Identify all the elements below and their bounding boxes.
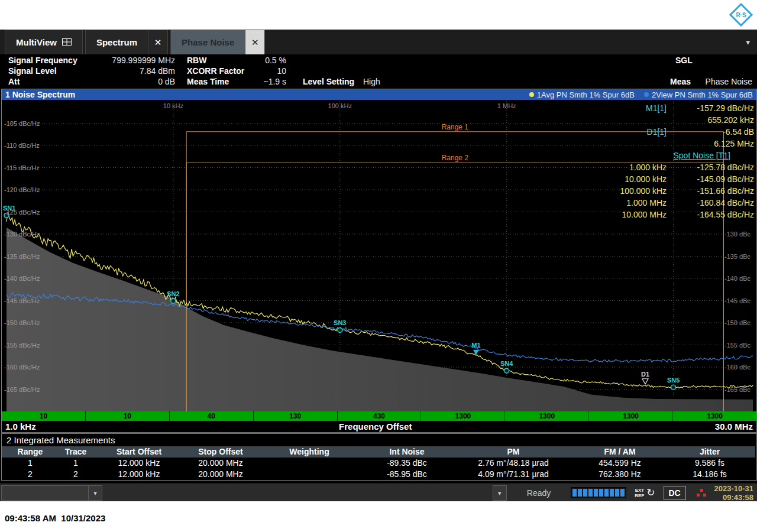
ext-ref-label: EXT REF — [635, 488, 644, 498]
col-trace: Trace — [59, 446, 93, 458]
tab-phase-noise[interactable]: Phase Noise — [170, 30, 245, 54]
svg-text:-155 dBc/Hz: -155 dBc/Hz — [4, 342, 40, 349]
integrated-measurements-window: 2 Integrated Measurements Range Trace St… — [1, 433, 757, 481]
meas-time-value[interactable]: ~1.9 s — [237, 77, 286, 86]
ext-ref-indicator: EXT REF ↻ — [635, 486, 655, 499]
col-start-offset: Start Offset — [93, 446, 185, 458]
top-white-bar: R·S — [0, 0, 757, 30]
marker-m1-freq: 655.202 kHz — [672, 114, 754, 126]
integrated-measurements-title[interactable]: 2 Integrated Measurements — [2, 434, 756, 446]
spot-noise-row: 10.000 MHz-164.55 dBc/Hz — [605, 209, 754, 220]
rbw-label: RBW — [187, 56, 206, 65]
table-row[interactable]: 2 2 12.000 kHz 20.000 MHz -85.95 dBc 4.0… — [2, 469, 756, 480]
status-date: 2023-10-31 — [714, 484, 754, 493]
xcorr-segment: 10 — [2, 411, 86, 421]
dc-coupling-indicator[interactable]: DC — [664, 486, 686, 500]
table-row[interactable]: 1 1 12.000 kHz 20.000 MHz -89.35 dBc 2.7… — [2, 458, 756, 469]
signal-level-value[interactable]: 7.84 dBm — [89, 66, 175, 76]
meas-label: Meas — [670, 77, 691, 86]
footer-timestamp: 09:43:58 AM 10/31/2023 — [0, 501, 105, 523]
xcorr-segment: 40 — [170, 411, 254, 421]
integrated-measurements-header: Range Trace Start Offset Stop Offset Wei… — [2, 446, 756, 458]
xcorr-factor-label: XCORR Factor — [187, 66, 244, 76]
tab-phase-noise-close-icon[interactable]: ✕ — [245, 30, 265, 54]
noise-spectrum-window: 1 Noise Spectrum 1Avg PN Smth 1% Spur 6d… — [1, 89, 757, 433]
xcorr-segment: 10 — [86, 411, 170, 421]
spot-noise-row: 10.000 kHz-145.09 dBc/Hz — [605, 173, 754, 185]
svg-text:M1: M1 — [471, 342, 480, 349]
trace2-legend-item[interactable]: 2View PN Smth 1% Spur 6dB — [644, 90, 753, 99]
trace2-legend-label: 2View PN Smth 1% Spur 6dB — [652, 90, 753, 99]
tab-phase-noise-label: Phase Noise — [182, 37, 234, 47]
marker-d1-label: D1[1] — [647, 127, 667, 137]
status-bar: ▾ ▾ Ready EXT REF ↻ DC 2023-10-31 09:43:… — [0, 483, 757, 502]
status-ready-text: Ready — [527, 488, 551, 498]
svg-text:SN4: SN4 — [500, 360, 513, 367]
signal-level-label: Signal Level — [8, 66, 57, 76]
svg-text:-145 dBc/Hz: -145 dBc/Hz — [4, 297, 40, 304]
remote-status-icon — [697, 489, 706, 497]
svg-text:1 MHz: 1 MHz — [497, 102, 516, 109]
trace1-legend-item[interactable]: 1Avg PN Smth 1% Spur 6dB — [529, 90, 635, 99]
noise-spectrum-chart[interactable]: Range 1Range 2SN1SN2SN3M1SN4D1SN510 kHz1… — [2, 100, 756, 411]
svg-text:-150 dBc/Hz: -150 dBc/Hz — [4, 319, 40, 326]
rohde-schwarz-logo: R·S — [729, 2, 753, 27]
svg-text:-125 dBc/Hz: -125 dBc/Hz — [4, 209, 40, 216]
svg-text:Range 2: Range 2 — [442, 154, 469, 162]
xcorr-segment: 1300 — [589, 411, 673, 421]
noise-spectrum-titlebar[interactable]: 1 Noise Spectrum 1Avg PN Smth 1% Spur 6d… — [2, 89, 756, 100]
marker-d1-freq: 6.125 MHz — [672, 138, 754, 150]
tab-spectrum[interactable]: Spectrum — [85, 30, 148, 54]
svg-text:-130 dBc: -130 dBc — [724, 231, 751, 238]
spot-noise-title: Spot Noise [T1] — [605, 150, 754, 161]
col-range: Range — [2, 446, 59, 458]
xcorr-count-bar: 10 10 40 130 430 1300 1300 1300 1300 — [2, 411, 756, 421]
signal-frequency-value[interactable]: 799.999999 MHz — [89, 56, 175, 65]
rbw-value[interactable]: 0.5 % — [237, 56, 286, 65]
svg-text:10 kHz: 10 kHz — [163, 102, 183, 109]
tab-multiview[interactable]: MultiView — [5, 30, 83, 54]
svg-text:D1: D1 — [641, 371, 649, 378]
svg-text:100 kHz: 100 kHz — [328, 102, 352, 109]
svg-text:-140 dBc: -140 dBc — [724, 275, 751, 282]
xaxis-stop: 30.0 MHz — [715, 421, 753, 432]
xcorr-segment: 430 — [338, 411, 422, 421]
trace1-dot — [529, 92, 534, 97]
channel-tab-bar: MultiView Spectrum ✕ Phase Noise ✕ ▾ — [0, 30, 757, 55]
desktop-footer: 09:43:58 AM 10/31/2023 — [0, 501, 757, 532]
trace1-legend-label: 1Avg PN Smth 1% Spur 6dB — [537, 90, 635, 99]
status-secondary-caret-icon[interactable]: ▾ — [493, 485, 507, 501]
status-dropdown[interactable] — [1, 485, 89, 501]
col-weighting: Weighting — [256, 446, 363, 458]
svg-text:-120 dBc/Hz: -120 dBc/Hz — [4, 186, 40, 193]
svg-text:-135 dBc: -135 dBc — [724, 253, 751, 260]
spot-noise-row: 100.000 kHz-151.66 dBc/Hz — [605, 185, 754, 197]
marker-readout-panel: M1[1]-157.29 dBc/Hz 655.202 kHz D1[1]-6.… — [605, 102, 754, 220]
meas-time-label: Meas Time — [187, 77, 229, 86]
att-value[interactable]: 0 dB — [89, 77, 175, 86]
xcorr-segment: 1300 — [673, 411, 756, 421]
measurement-progress-bar — [571, 487, 626, 498]
col-stop-offset: Stop Offset — [185, 446, 256, 458]
trace-legend: 1Avg PN Smth 1% Spur 6dB 2View PN Smth 1… — [529, 90, 753, 99]
sgl-indicator: SGL — [675, 56, 693, 65]
level-setting-value[interactable]: High — [363, 77, 380, 86]
spot-noise-row: 1.000 kHz-125.78 dBc/Hz — [605, 161, 754, 173]
tab-spectrum-close-icon[interactable]: ✕ — [148, 30, 168, 54]
xcorr-segment: 1300 — [505, 411, 589, 421]
xcorr-factor-value[interactable]: 10 — [237, 66, 286, 76]
status-time: 09:43:58 — [714, 493, 754, 502]
svg-text:-140 dBc/Hz: -140 dBc/Hz — [4, 275, 40, 282]
signal-frequency-label: Signal Frequency — [8, 56, 77, 65]
svg-text:-145 dBc: -145 dBc — [724, 297, 751, 304]
marker-m1-label: M1[1] — [646, 103, 667, 113]
col-pm: PM — [451, 446, 575, 458]
meas-value: Phase Noise — [698, 77, 752, 86]
col-int-noise: Int Noise — [363, 446, 451, 458]
status-dropdown-caret-icon[interactable]: ▾ — [89, 485, 102, 501]
svg-text:-165 dBc/Hz: -165 dBc/Hz — [4, 386, 40, 393]
svg-text:R·S: R·S — [736, 12, 746, 18]
tab-multiview-label: MultiView — [16, 37, 57, 47]
svg-text:-160 dBc/Hz: -160 dBc/Hz — [4, 364, 40, 371]
tab-overflow-caret-icon[interactable]: ▾ — [739, 38, 757, 47]
